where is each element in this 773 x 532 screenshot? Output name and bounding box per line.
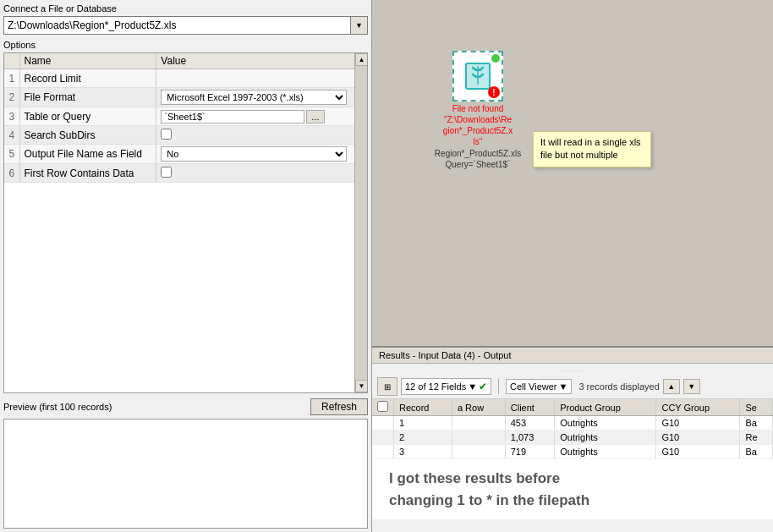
node-error-text: File not found"Z:\Downloads\Region*_Prod… (443, 103, 513, 147)
results-panel: Results - Input Data (4) - Output ......… (372, 346, 773, 532)
cell-arow (452, 445, 505, 459)
scroll-down-btn[interactable]: ▼ (355, 380, 368, 392)
row-name: Record Limit (19, 69, 156, 88)
row-value (156, 126, 367, 145)
cell-arow (452, 431, 505, 445)
row-checkbox (372, 431, 394, 445)
col-client-header: Client (505, 399, 554, 416)
cell-record: 3 (394, 445, 452, 459)
cell-client: 453 (505, 416, 554, 431)
toolbar-icon-btn-1[interactable]: ⊞ (377, 377, 397, 396)
scrollbar[interactable]: ▲ ▼ (354, 53, 367, 392)
tool-node[interactable]: ! File not found"Z:\Downloads\Region*_Pr… (431, 51, 524, 170)
table-query-input[interactable] (161, 110, 304, 123)
cell-viewer-dropdown[interactable]: Cell Viewer ▼ (506, 379, 572, 394)
cell-se: Ba (740, 416, 773, 431)
fields-dropdown[interactable]: 12 of 12 Fields ▼ ✔ (401, 378, 491, 395)
results-table-container: Record a Row Client Product Group CCY Gr… (372, 399, 773, 532)
table-row: 2 File Format Microsoft Excel 1997-2003 … (4, 88, 367, 107)
row-num: 4 (4, 126, 19, 145)
row-name: First Row Contains Data (19, 164, 156, 183)
drag-dots: ...... (562, 365, 583, 373)
table-row: 3 Table or Query ... (4, 107, 367, 126)
options-table: Name Value 1 Record Limit 2 File Format … (4, 53, 367, 183)
node-icon-container: ! (452, 51, 503, 101)
node-error-badge: ! (488, 86, 500, 98)
browse-button[interactable]: ... (306, 110, 324, 123)
row-num: 1 (4, 69, 19, 88)
col-value-header: Value (156, 53, 367, 69)
cell-ccy-group: G10 (656, 445, 740, 459)
cell-product-group: Outrights (555, 445, 656, 459)
options-table-container: Name Value 1 Record Limit 2 File Format … (3, 52, 368, 393)
col-se-header: Se (740, 399, 773, 416)
nav-up-btn[interactable]: ▲ (663, 379, 680, 394)
row-value: No (156, 145, 367, 164)
row-value: Microsoft Excel 1997-2003 (*.xls) (156, 88, 367, 107)
cell-viewer-label: Cell Viewer (510, 381, 556, 392)
table-row: 1 453 Outrights G10 Ba (372, 416, 773, 431)
first-row-checkbox[interactable] (161, 167, 172, 178)
cell-ccy-group: G10 (656, 416, 740, 431)
refresh-button[interactable]: Refresh (310, 398, 368, 415)
results-toolbar: ⊞ 12 of 12 Fields ▼ ✔ Cell Viewer ▼ 3 re… (372, 375, 773, 399)
cell-record: 2 (394, 431, 452, 445)
row-checkbox (372, 445, 394, 459)
row-value (156, 69, 367, 88)
row-num: 6 (4, 164, 19, 183)
col-record-header: Record (394, 399, 452, 416)
preview-section: Preview (first 100 records) Refresh (3, 398, 368, 529)
nav-down-btn[interactable]: ▼ (683, 379, 700, 394)
separator (498, 379, 499, 394)
file-format-select[interactable]: Microsoft Excel 1997-2003 (*.xls) (161, 90, 347, 105)
preview-header-row: Preview (first 100 records) Refresh (3, 398, 368, 415)
options-label: Options (3, 40, 368, 50)
scroll-down-icon: ▼ (359, 382, 365, 390)
select-all-checkbox[interactable] (377, 401, 388, 412)
scroll-up-icon: ▲ (359, 56, 365, 63)
row-name: Table or Query (19, 107, 156, 126)
table-row: 3 719 Outrights G10 Ba (372, 445, 773, 459)
check-icon: ✔ (479, 381, 487, 392)
col-arow-header: a Row (452, 399, 505, 416)
col-product-group-header: Product Group (555, 399, 656, 416)
col-num-header (4, 53, 19, 69)
row-value: ... (156, 107, 367, 126)
file-path-input[interactable] (3, 16, 351, 35)
node-info-text: Region*_Product5Z.xlsQuery=`Sheet1$` (435, 148, 521, 170)
row-num: 2 (4, 88, 19, 107)
row-num: 5 (4, 145, 19, 164)
annotation-text: I got these results beforechanging 1 to … (389, 468, 756, 511)
cell-se: Ba (740, 445, 773, 459)
tooltip-text: It will read in a single xls file but no… (540, 137, 641, 160)
annotation-container: I got these results beforechanging 1 to … (372, 459, 773, 519)
cell-client: 1,073 (505, 431, 554, 445)
cell-client: 719 (505, 445, 554, 459)
cell-record: 1 (394, 416, 452, 431)
preview-area (3, 419, 368, 529)
records-label: 3 records displayed (578, 381, 659, 392)
search-subdirs-checkbox[interactable] (161, 129, 172, 140)
table-row: 1 Record Limit (4, 69, 367, 88)
preview-label: Preview (first 100 records) (3, 402, 112, 412)
output-filename-select[interactable]: No (161, 146, 347, 162)
file-path-dropdown-btn[interactable]: ▼ (351, 16, 368, 35)
col-name-header: Name (19, 53, 156, 69)
table-row: 2 1,073 Outrights G10 Re (372, 431, 773, 445)
dropdown-arrow-icon: ▼ (355, 21, 363, 30)
data-icon: ⊞ (384, 382, 391, 392)
cell-product-group: Outrights (555, 431, 656, 445)
row-name: File Format (19, 88, 156, 107)
left-panel: Connect a File or Database ▼ Options Nam… (0, 0, 372, 532)
results-header: Results - Input Data (4) - Output (372, 348, 773, 364)
table-row: 4 Search SubDirs (4, 126, 367, 145)
row-checkbox (372, 416, 394, 431)
scroll-up-btn[interactable]: ▲ (355, 53, 368, 66)
nav-down-icon: ▼ (688, 382, 695, 391)
connect-label: Connect a File or Database (3, 3, 368, 14)
right-panel: ! File not found"Z:\Downloads\Region*_Pr… (372, 0, 773, 532)
row-num: 3 (4, 107, 19, 126)
drag-handle[interactable]: ...... (372, 364, 773, 375)
cell-ccy-group: G10 (656, 431, 740, 445)
node-green-dot (491, 54, 500, 63)
